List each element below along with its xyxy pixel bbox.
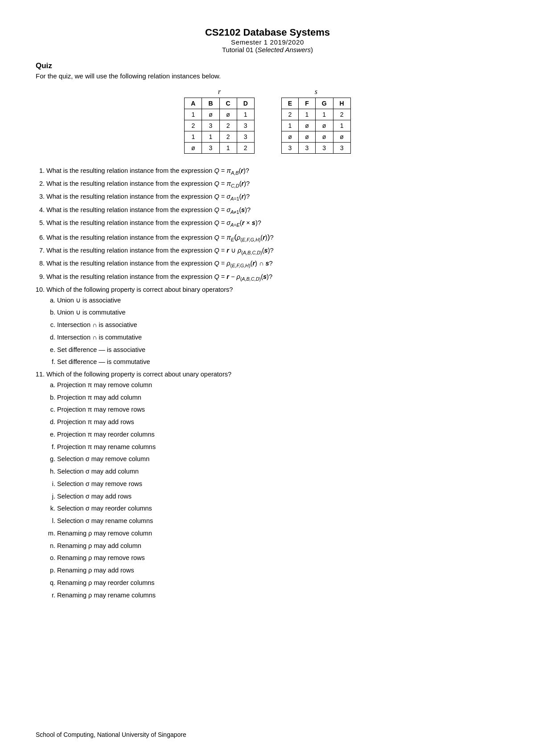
list-item: Renaming ρ may add rows xyxy=(57,566,499,576)
question-10: Which of the following property is corre… xyxy=(46,285,499,367)
table-row: 3333 xyxy=(281,143,350,154)
list-item: Projection π may remove rows xyxy=(57,405,499,415)
list-item: Renaming ρ may add column xyxy=(57,541,499,551)
list-item: Selection σ may reorder columns xyxy=(57,504,499,514)
table-r: A B C D 1øø123231123ø312 xyxy=(184,98,255,154)
table-row: 2112 xyxy=(281,109,350,120)
tutorial-label: Tutorial 01 (Selected Answers) xyxy=(36,46,499,53)
list-item: Set difference — is associative xyxy=(57,345,499,355)
list-item: Renaming ρ may remove column xyxy=(57,529,499,539)
question-8: What is the resulting relation instance … xyxy=(46,259,499,269)
list-item: Union ∪ is associative xyxy=(57,296,499,306)
list-item: Selection σ may add rows xyxy=(57,492,499,502)
table-s: E F G H 21121øø1øøøø3333 xyxy=(281,98,351,154)
table-r-wrapper: r A B C D 1øø123231123ø312 xyxy=(184,88,255,154)
list-item: Set difference — is commutative xyxy=(57,357,499,367)
question-2: What is the resulting relation instance … xyxy=(46,179,499,189)
page-title: CS2102 Database Systems xyxy=(36,27,499,38)
list-item: Projection π may rename columns xyxy=(57,442,499,452)
col-c-header: C xyxy=(219,98,237,109)
q10-sub-list: Union ∪ is associativeUnion ∪ is commuta… xyxy=(46,296,499,368)
col-a-header: A xyxy=(185,98,202,109)
question-1: What is the resulting relation instance … xyxy=(46,166,499,176)
question-5: What is the resulting relation instance … xyxy=(46,218,499,229)
intro-text: For the quiz, we will use the following … xyxy=(36,72,499,80)
table-row: 1øø1 xyxy=(185,109,255,120)
list-item: Selection σ may remove column xyxy=(57,454,499,464)
list-item: Projection π may remove column xyxy=(57,380,499,390)
table-row: ø312 xyxy=(185,143,255,154)
footer-text: School of Computing, National University… xyxy=(36,731,186,738)
col-e-header: E xyxy=(281,98,298,109)
table-s-wrapper: s E F G H 21121øø1øøøø3333 xyxy=(281,88,351,154)
list-item: Projection π may add rows xyxy=(57,417,499,427)
col-f-header: F xyxy=(299,98,316,109)
list-item: Selection σ may add column xyxy=(57,467,499,477)
list-item: Intersection ∩ is commutative xyxy=(57,333,499,343)
question-4: What is the resulting relation instance … xyxy=(46,205,499,216)
table-s-label: s xyxy=(315,88,317,96)
col-d-header: D xyxy=(237,98,254,109)
table-row: 1øø1 xyxy=(281,120,350,131)
list-item: Projection π may reorder columns xyxy=(57,430,499,440)
col-b-header: B xyxy=(202,98,219,109)
section-title: Quiz xyxy=(36,61,499,70)
list-item: Selection σ may remove rows xyxy=(57,479,499,489)
table-row: øøøø xyxy=(281,131,350,143)
main-questions-list: What is the resulting relation instance … xyxy=(36,166,499,600)
semester-label: Semester 1 2019/2020 xyxy=(36,38,499,46)
q11-text: Which of the following property is corre… xyxy=(46,371,231,378)
question-11: Which of the following property is corre… xyxy=(46,370,499,600)
table-row: 1123 xyxy=(185,131,255,143)
list-item: Renaming ρ may remove rows xyxy=(57,553,499,563)
list-item: Projection π may add column xyxy=(57,393,499,403)
list-item: Intersection ∩ is associative xyxy=(57,320,499,330)
list-item: Renaming ρ may rename columns xyxy=(57,591,499,601)
col-h-header: H xyxy=(333,98,350,109)
questions-section: What is the resulting relation instance … xyxy=(36,166,499,600)
list-item: Union ∪ is commutative xyxy=(57,308,499,318)
question-3: What is the resulting relation instance … xyxy=(46,192,499,202)
q11-sub-list: Projection π may remove columnProjection… xyxy=(46,380,499,601)
question-6: What is the resulting relation instance … xyxy=(46,231,499,243)
list-item: Renaming ρ may reorder columns xyxy=(57,578,499,588)
col-g-header: G xyxy=(315,98,333,109)
question-9: What is the resulting relation instance … xyxy=(46,272,499,282)
page-header: CS2102 Database Systems Semester 1 2019/… xyxy=(36,27,499,53)
q10-text: Which of the following property is corre… xyxy=(46,286,233,293)
list-item: Selection σ may rename columns xyxy=(57,516,499,526)
question-7: What is the resulting relation instance … xyxy=(46,246,499,256)
tables-area: r A B C D 1øø123231123ø312 s E F G xyxy=(36,88,499,154)
table-row: 2323 xyxy=(185,120,255,131)
table-r-label: r xyxy=(218,88,221,96)
